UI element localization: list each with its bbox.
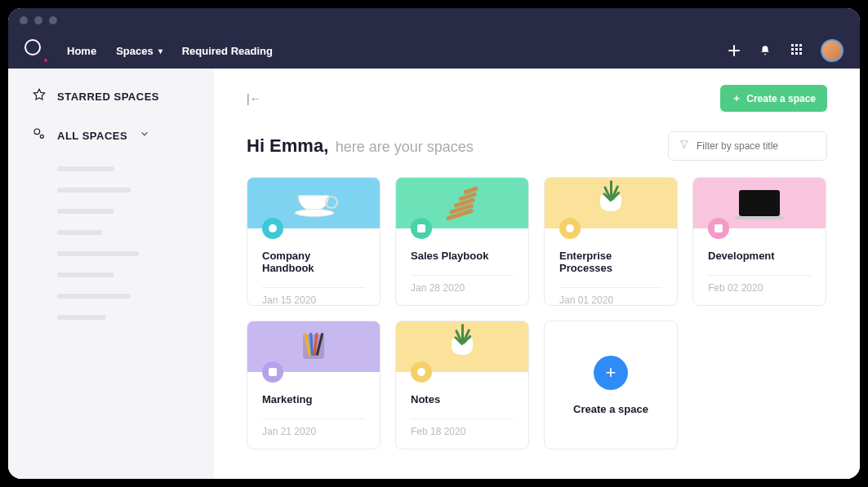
window-titlebar <box>8 8 860 33</box>
sidebar-starred-label: STARRED SPACES <box>57 91 159 103</box>
nav-spaces-label: Spaces <box>116 45 154 57</box>
card-badge-icon <box>411 361 432 383</box>
spaces-grid: Company Handbook Jan 15 2020 Sales Playb… <box>247 177 827 449</box>
card-date: Feb 02 2020 <box>708 282 811 294</box>
spaces-icon <box>33 127 46 144</box>
card-header <box>693 178 826 228</box>
card-title: Enterprise Processes <box>559 250 662 274</box>
plus-icon: ＋ <box>732 91 741 105</box>
filter-input-wrapper[interactable] <box>668 131 827 161</box>
plant-icon <box>452 339 473 355</box>
card-date: Jan 15 2020 <box>262 294 365 306</box>
window-close-dot[interactable] <box>20 16 28 24</box>
card-header <box>396 178 528 228</box>
card-header <box>396 321 528 372</box>
create-space-card[interactable]: + Create a space <box>544 321 678 449</box>
card-badge-icon <box>411 218 432 239</box>
star-icon <box>33 88 46 104</box>
window-minimize-dot[interactable] <box>34 16 42 24</box>
nav-required-reading[interactable]: Required Reading <box>182 45 273 57</box>
card-badge-icon <box>708 218 729 239</box>
card-badge-icon <box>559 218 581 239</box>
space-card[interactable]: Company Handbook Jan 15 2020 <box>247 177 381 306</box>
coffee-cup-icon <box>298 195 329 211</box>
card-badge-icon <box>262 218 283 239</box>
svg-point-1 <box>40 135 43 138</box>
greeting-subtitle: here are your spaces <box>336 139 474 155</box>
add-icon[interactable] <box>728 44 741 57</box>
top-navbar: Home Spaces ▾ Required Reading <box>8 33 860 69</box>
card-badge-icon <box>262 361 283 383</box>
create-space-button-label: Create a space <box>746 93 816 104</box>
sidebar-starred[interactable]: STARRED SPACES <box>33 88 189 104</box>
stairs-icon <box>440 186 485 220</box>
card-header <box>545 178 677 228</box>
create-space-card-label: Create a space <box>573 403 648 415</box>
collapse-sidebar-icon[interactable]: |← <box>247 92 261 105</box>
filter-icon <box>679 139 690 153</box>
user-avatar[interactable] <box>821 39 844 62</box>
card-title: Marketing <box>262 393 365 405</box>
card-date: Jan 21 2020 <box>262 426 365 437</box>
chevron-down-icon: ▾ <box>158 46 162 55</box>
card-title: Company Handbook <box>262 250 365 274</box>
app-window: Home Spaces ▾ Required Reading S <box>8 8 860 479</box>
bell-icon[interactable] <box>759 44 772 57</box>
sidebar: STARRED SPACES ALL SPACES <box>8 69 214 479</box>
plant-icon <box>600 195 621 211</box>
sidebar-all-spaces[interactable]: ALL SPACES <box>33 127 189 144</box>
space-card[interactable]: Development Feb 02 2020 <box>692 177 826 306</box>
card-title: Development <box>708 250 811 262</box>
main-panel: |← ＋ Create a space Hi Emma, here are yo… <box>214 69 860 479</box>
main-content: STARRED SPACES ALL SPACES <box>8 69 860 479</box>
card-header <box>247 178 380 228</box>
card-date: Jan 01 2020 <box>559 294 662 306</box>
card-title: Notes <box>411 393 514 405</box>
greeting-text: Hi Emma, <box>247 135 328 156</box>
chevron-down-icon <box>139 128 150 143</box>
apps-grid-icon[interactable] <box>790 44 803 57</box>
space-card[interactable]: Sales Playbook Jan 28 2020 <box>395 177 529 306</box>
nav-spaces[interactable]: Spaces ▾ <box>116 45 162 57</box>
pencils-icon <box>303 334 324 359</box>
card-date: Feb 18 2020 <box>411 426 514 437</box>
window-maximize-dot[interactable] <box>49 16 57 24</box>
filter-input[interactable] <box>697 140 817 152</box>
card-header <box>247 321 380 372</box>
sidebar-all-label: ALL SPACES <box>57 130 127 142</box>
create-space-button[interactable]: ＋ Create a space <box>720 85 827 112</box>
space-card[interactable]: Marketing Jan 21 2020 <box>247 321 381 449</box>
sidebar-placeholder-lines <box>33 166 189 320</box>
space-card[interactable]: Enterprise Processes Jan 01 2020 <box>544 177 678 306</box>
card-date: Jan 28 2020 <box>411 282 514 294</box>
nav-home[interactable]: Home <box>67 45 96 57</box>
space-card[interactable]: Notes Feb 18 2020 <box>395 321 529 449</box>
plus-circle-icon: + <box>594 356 628 390</box>
laptop-icon <box>739 190 780 216</box>
svg-point-0 <box>34 129 40 135</box>
card-title: Sales Playbook <box>411 250 514 262</box>
app-logo-icon[interactable] <box>24 39 47 62</box>
